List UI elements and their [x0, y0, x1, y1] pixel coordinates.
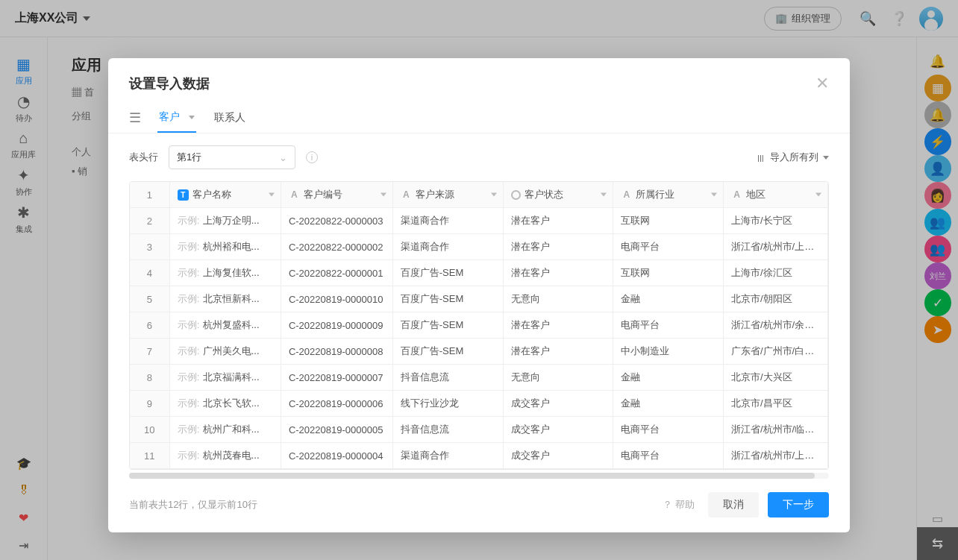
status-type-icon [511, 190, 521, 200]
cell-source: 渠道商合作 [392, 443, 503, 469]
cell-code: C-20220819-0000005 [281, 417, 392, 443]
column-label: 客户状态 [525, 189, 563, 200]
cell-source: 百度广告-SEM [392, 312, 503, 339]
cell-region: 浙江省/杭州市/上城区 [724, 234, 828, 260]
close-icon[interactable]: ✕ [815, 75, 829, 92]
cell-code: C-20220822-0000001 [281, 260, 392, 286]
modal-title: 设置导入数据 [129, 75, 210, 92]
column-header[interactable]: A客户编号 [281, 182, 392, 208]
column-header[interactable]: T客户名称 [169, 182, 281, 208]
cell-source: 抖音信息流 [392, 365, 503, 391]
cell-region: 广东省/广州市/白云区 [724, 339, 828, 365]
row-number: 5 [130, 286, 169, 312]
cell-region: 北京市/大兴区 [724, 365, 828, 391]
cell-name: 示例:北京恒新科... [169, 286, 281, 312]
cell-industry: 金融 [613, 365, 724, 391]
column-header[interactable]: A所属行业 [613, 182, 724, 208]
table-row: 4示例:上海复佳软...C-20220822-0000001百度广告-SEM潜在… [130, 260, 828, 286]
column-label: 地区 [746, 189, 766, 200]
chevron-down-icon[interactable] [711, 193, 717, 197]
table-row: 7示例:广州美久电...C-20220819-0000008百度广告-SEM潜在… [130, 339, 828, 365]
cell-source: 百度广告-SEM [392, 260, 503, 286]
cell-region: 上海市/徐汇区 [724, 260, 828, 286]
chevron-down-icon[interactable] [491, 193, 497, 197]
text-type-icon: A [731, 189, 742, 201]
info-icon[interactable]: i [306, 151, 318, 163]
tab-contact-label: 联系人 [214, 111, 245, 125]
cell-industry: 互联网 [613, 260, 724, 286]
cell-status: 潜在客户 [503, 260, 613, 286]
tab-customer[interactable]: 客户 [157, 103, 196, 133]
import-modal: 设置导入数据 ✕ ☰ 客户 联系人 表头行 第1行 ⌄ i ⫼ 导入所有列 1T… [108, 58, 850, 532]
cell-status: 潜在客户 [503, 234, 613, 260]
cell-name: 示例:上海万企明... [169, 208, 281, 234]
table-row: 2示例:上海万企明...C-20220822-0000003渠道商合作潜在客户互… [130, 208, 828, 234]
cell-industry: 电商平台 [613, 312, 724, 339]
cell-status: 成交客户 [503, 417, 613, 443]
cell-status: 潜在客户 [503, 339, 613, 365]
hamburger-icon[interactable]: ☰ [129, 110, 141, 126]
cell-code: C-20220819-0000006 [281, 391, 392, 417]
column-header[interactable]: 客户状态 [503, 182, 613, 208]
import-all-columns-button[interactable]: ⫼ 导入所有列 [756, 151, 829, 164]
row-number: 3 [130, 234, 169, 260]
chevron-down-icon: ⌄ [279, 152, 287, 163]
cell-code: C-20220819-0000007 [281, 365, 392, 391]
cell-industry: 金融 [613, 286, 724, 312]
chevron-down-icon[interactable] [601, 193, 607, 197]
column-label: 所属行业 [636, 189, 674, 200]
cell-source: 线下行业沙龙 [392, 391, 503, 417]
chevron-down-icon[interactable] [381, 193, 386, 197]
cell-name: 示例:杭州茂春电... [169, 443, 281, 469]
row-number: 7 [130, 339, 169, 365]
tab-contact[interactable]: 联系人 [213, 104, 247, 132]
cell-region: 浙江省/杭州市/上城区 [724, 443, 828, 469]
text-type-icon: A [289, 189, 300, 201]
chevron-down-icon [823, 156, 829, 160]
cell-status: 成交客户 [503, 391, 613, 417]
cell-industry: 中小制造业 [613, 339, 724, 365]
cell-name: 示例:杭州广和科... [169, 417, 281, 443]
cell-region: 北京市/昌平区 [724, 391, 828, 417]
cell-status: 无意向 [503, 365, 613, 391]
cell-code: C-20220822-0000003 [281, 208, 392, 234]
help-link[interactable]: ？ 帮助 [663, 498, 695, 512]
cell-industry: 电商平台 [613, 234, 724, 260]
cell-source: 渠道商合作 [392, 234, 503, 260]
column-header[interactable]: A客户来源 [392, 182, 503, 208]
scrollbar-thumb[interactable] [129, 473, 815, 479]
cell-source: 抖音信息流 [392, 417, 503, 443]
cell-industry: 电商平台 [613, 417, 724, 443]
column-header[interactable]: A地区 [724, 182, 828, 208]
cell-code: C-20220819-0000010 [281, 286, 392, 312]
cell-code: C-20220819-0000004 [281, 443, 392, 469]
table-row: 8示例:北京福满科...C-20220819-0000007抖音信息流无意向金融… [130, 365, 828, 391]
cell-name: 示例:北京福满科... [169, 365, 281, 391]
cell-region: 浙江省/杭州市/余杭区 [724, 312, 828, 339]
cell-status: 无意向 [503, 286, 613, 312]
cell-code: C-20220819-0000008 [281, 339, 392, 365]
row-number: 2 [130, 208, 169, 234]
row-number: 6 [130, 312, 169, 339]
next-button[interactable]: 下一步 [768, 492, 829, 517]
table-row: 5示例:北京恒新科...C-20220819-0000010百度广告-SEM无意… [130, 286, 828, 312]
cell-status: 潜在客户 [503, 208, 613, 234]
cell-industry: 金融 [613, 391, 724, 417]
column-label: 客户来源 [416, 189, 454, 200]
header-row-select[interactable]: 第1行 ⌄ [169, 145, 295, 169]
text-type-icon: A [621, 189, 632, 201]
chevron-down-icon[interactable] [269, 193, 275, 197]
import-preview-table: 1T客户名称A客户编号A客户来源客户状态A所属行业A地区 2示例:上海万企明..… [130, 182, 828, 469]
footer-note: 当前表共12行，仅显示前10行 [129, 498, 257, 512]
horizontal-scrollbar[interactable] [129, 473, 829, 479]
row-number: 10 [130, 417, 169, 443]
cancel-button[interactable]: 取消 [708, 492, 759, 517]
header-row-label: 表头行 [129, 151, 158, 164]
cell-region: 浙江省/杭州市/临安区 [724, 417, 828, 443]
chevron-down-icon[interactable] [815, 193, 821, 197]
row-number: 8 [130, 365, 169, 391]
cell-name: 示例:杭州复盛科... [169, 312, 281, 339]
question-icon: ？ [663, 498, 672, 512]
text-type-icon: T [178, 189, 189, 201]
cell-source: 百度广告-SEM [392, 286, 503, 312]
